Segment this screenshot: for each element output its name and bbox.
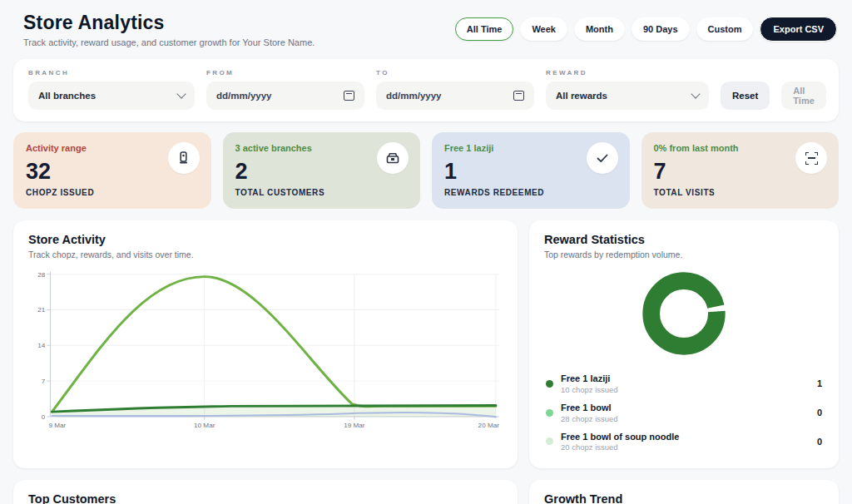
reward-statistics-card: Reward Statistics Top rewards by redempt… (529, 220, 839, 468)
svg-text:21: 21 (37, 307, 46, 314)
chevron-down-icon (176, 89, 186, 98)
svg-text:19 Mar: 19 Mar (344, 422, 365, 430)
time-filter-week[interactable]: Week (520, 17, 567, 41)
store-icon (386, 152, 399, 164)
chopz-line (52, 277, 496, 413)
line-chart-svg: 28 21 14 7 0 9 Mar 10 Mar 19 Mar 20 Mar (28, 268, 503, 436)
legend-sub: 10 chopz issued (561, 385, 618, 394)
legend-item-free-1-bowl[interactable]: Free 1 bowl 28 chopz issued 0 (544, 398, 824, 427)
time-filter-custom[interactable]: Custom (696, 17, 754, 41)
svg-text:0: 0 (42, 413, 46, 421)
reset-button[interactable]: Reset (721, 82, 770, 110)
stat-caption: TOTAL VISITS (654, 188, 827, 197)
growth-trend-title: Growth Trend (544, 492, 824, 504)
donut-segment-free-1-laziji (651, 281, 717, 347)
legend-value: 1 (817, 378, 822, 388)
stat-card-chopz-issued: Activity range 32 CHOPZ ISSUED (13, 132, 211, 209)
legend-dot (546, 380, 553, 388)
to-label: TO (376, 69, 534, 77)
stamp-icon (178, 151, 189, 165)
page-title: Store Analytics (23, 12, 315, 34)
svg-text:9 Mar: 9 Mar (48, 422, 66, 430)
store-activity-title: Store Activity (28, 233, 503, 246)
from-date-group: FROM dd/mm/yyyy (206, 69, 364, 110)
chevron-down-icon (691, 89, 700, 98)
filter-bar: BRANCH All branches FROM dd/mm/yyyy TO d… (13, 59, 839, 121)
svg-text:20 Mar: 20 Mar (478, 422, 500, 430)
legend-dot (546, 437, 553, 445)
time-filter-month[interactable]: Month (574, 17, 625, 41)
top-customers-title: Top Customers (28, 492, 503, 504)
page-header: Store Analytics Track activity, reward u… (0, 0, 852, 52)
legend-name: Free 1 laziji (561, 373, 618, 385)
stat-icon-circle (587, 142, 618, 174)
from-label: FROM (206, 69, 364, 77)
reward-statistics-title: Reward Statistics (544, 233, 824, 246)
legend-name: Free 1 bowl of soup noodle (561, 432, 679, 443)
time-filter-group: All Time Week Month 90 Days Custom Expor… (455, 17, 837, 42)
legend-value: 0 (817, 437, 822, 447)
stat-card-rewards-redeemed: Free 1 laziji 1 REWARDS REDEEMED (432, 132, 630, 209)
reward-statistics-subtitle: Top rewards by redemption volume. (544, 250, 824, 259)
branch-select-value: All branches (38, 91, 96, 101)
store-activity-subtitle: Track chopz, rewards, and visits over ti… (28, 250, 503, 259)
legend-item-free-1-laziji[interactable]: Free 1 laziji 10 chopz issued 1 (544, 369, 824, 398)
to-date-group: TO dd/mm/yyyy (376, 69, 534, 110)
calendar-icon (513, 91, 524, 101)
svg-text:28: 28 (37, 271, 46, 279)
top-customers-card: Top Customers Your most active customers… (13, 480, 518, 504)
stat-card-total-customers: 3 active branches 2 TOTAL CUSTOMERS (223, 132, 421, 209)
donut-chart-svg (635, 264, 733, 363)
legend-item-free-1-bowl-of-soup-noodle[interactable]: Free 1 bowl of soup noodle 20 chopz issu… (544, 427, 824, 457)
y-axis-labels: 28 21 14 7 0 (37, 271, 46, 421)
export-csv-button[interactable]: Export CSV (760, 17, 837, 42)
legend-sub: 28 chopz issued (561, 414, 618, 423)
from-date-placeholder: dd/mm/yyyy (216, 91, 271, 101)
stat-icon-circle (377, 142, 409, 174)
to-date-input[interactable]: dd/mm/yyyy (376, 82, 534, 110)
header-text: Store Analytics Track activity, reward u… (23, 12, 315, 47)
scan-icon (805, 152, 818, 165)
time-filter-all-time[interactable]: All Time (455, 17, 514, 41)
reward-select-value: All rewards (556, 91, 607, 101)
svg-text:10 Mar: 10 Mar (194, 422, 215, 430)
stat-caption: CHOPZ ISSUED (26, 188, 199, 197)
reward-filter-group: REWARD All rewards (546, 69, 709, 110)
stat-caption: TOTAL CUSTOMERS (235, 188, 409, 197)
to-date-placeholder: dd/mm/yyyy (386, 91, 441, 101)
check-icon (597, 154, 608, 163)
calendar-icon (344, 91, 354, 101)
store-activity-chart[interactable]: 28 21 14 7 0 9 Mar 10 Mar 19 Mar 20 Mar (28, 268, 503, 436)
legend-sub: 20 chopz issued (561, 442, 679, 452)
svg-text:14: 14 (37, 342, 46, 349)
x-axis-labels: 9 Mar 10 Mar 19 Mar 20 Mar (48, 422, 499, 430)
stat-cards-row: Activity range 32 CHOPZ ISSUED 3 active … (13, 132, 839, 209)
growth-trend-card: Growth Trend Existing Customer vs New Cu… (529, 480, 839, 504)
stat-card-total-visits: 0% from last month 7 TOTAL VISITS (641, 132, 840, 209)
stat-caption: REWARDS REDEEMED (444, 188, 617, 197)
reward-label: REWARD (546, 69, 709, 77)
page-subtitle: Track activity, reward usage, and custom… (23, 37, 315, 47)
reward-legend: Free 1 laziji 10 chopz issued 1 Free 1 b… (544, 369, 824, 456)
legend-value: 0 (817, 408, 822, 418)
chart-gridlines (50, 274, 498, 417)
active-range-badge: All Time (781, 82, 825, 110)
legend-dot (546, 409, 553, 417)
legend-name: Free 1 bowl (561, 403, 618, 414)
from-date-input[interactable]: dd/mm/yyyy (206, 82, 364, 110)
reward-select[interactable]: All rewards (546, 82, 709, 110)
stat-icon-circle (168, 142, 200, 174)
branch-filter-group: BRANCH All branches (28, 69, 195, 110)
donut-chart[interactable] (544, 264, 824, 363)
svg-text:7: 7 (42, 378, 46, 385)
main-row: Store Activity Track chopz, rewards, and… (13, 220, 839, 468)
bottom-row: Top Customers Your most active customers… (13, 480, 839, 504)
branch-label: BRANCH (28, 69, 195, 77)
store-activity-card: Store Activity Track chopz, rewards, and… (13, 220, 518, 468)
time-filter-90-days[interactable]: 90 Days (632, 17, 690, 41)
stat-icon-circle (795, 142, 827, 174)
branch-select[interactable]: All branches (28, 82, 195, 110)
